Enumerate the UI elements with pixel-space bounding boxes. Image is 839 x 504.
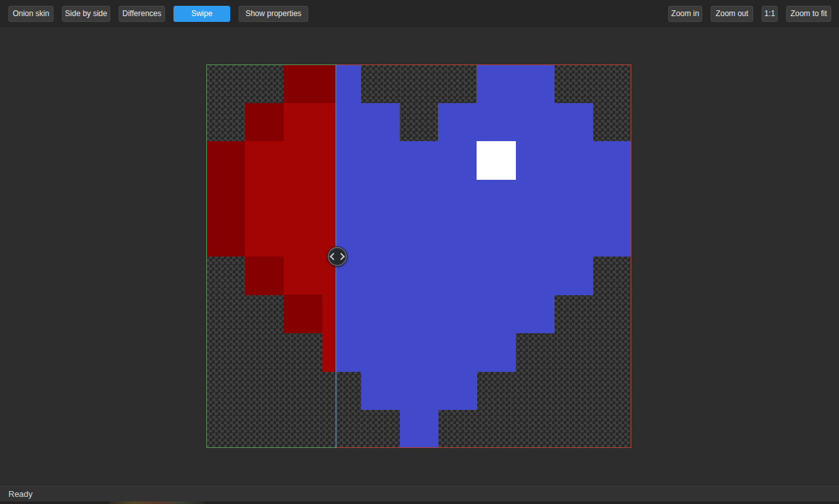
new-image-pixel xyxy=(361,103,400,142)
new-image-pixel xyxy=(438,295,477,333)
new-image-pixel xyxy=(438,141,477,180)
new-image-pixel xyxy=(400,141,439,180)
old-image-pixel xyxy=(245,103,284,142)
new-image-pixel xyxy=(554,141,593,180)
old-image-pixel xyxy=(284,141,323,180)
new-image-pixel xyxy=(477,218,516,257)
new-image-pixel xyxy=(361,333,400,372)
new-image-pixel xyxy=(361,141,400,180)
new-image-pixel xyxy=(515,218,555,257)
new-image-pixel xyxy=(400,257,439,295)
status-text: Ready xyxy=(8,489,33,499)
toolbar: Onion skin Side by side Differences Swip… xyxy=(0,0,839,27)
new-image-pixel xyxy=(337,64,361,103)
zoom-1-1-button[interactable]: 1:1 xyxy=(762,6,778,22)
swipe-button[interactable]: Swipe xyxy=(173,6,230,22)
old-image-pixel xyxy=(245,141,284,180)
new-image-pixel xyxy=(438,371,477,410)
zoom-to-fit-button[interactable]: Zoom to fit xyxy=(786,6,831,22)
old-image-pixel xyxy=(284,103,323,142)
new-image-pixel xyxy=(554,257,593,295)
new-image-pixel xyxy=(477,333,516,372)
image-area xyxy=(206,64,631,448)
side-by-side-button[interactable]: Side by side xyxy=(62,6,110,22)
new-image-pixel xyxy=(337,103,361,142)
old-image-pixel xyxy=(284,295,323,333)
new-image-pixel xyxy=(438,103,477,142)
new-image-pixel xyxy=(337,180,361,218)
differences-button[interactable]: Differences xyxy=(119,6,165,22)
new-image-pixel xyxy=(477,257,516,295)
zoom-out-button[interactable]: Zoom out xyxy=(711,6,753,22)
background-window-sliver xyxy=(108,501,205,504)
status-bar: Ready xyxy=(0,486,839,501)
new-image-pixel xyxy=(438,180,477,218)
new-image-pixel xyxy=(400,371,439,410)
new-image-pixel xyxy=(400,295,439,333)
zoom-in-button[interactable]: Zoom in xyxy=(668,6,702,22)
new-image-pixel xyxy=(515,180,555,218)
new-image-pixel xyxy=(337,295,361,333)
new-image-pixel xyxy=(361,218,400,257)
chevron-right-icon xyxy=(337,253,344,260)
new-image-pixel xyxy=(593,141,631,180)
new-image-pixel xyxy=(438,333,477,372)
old-image-pixel xyxy=(284,180,323,218)
zoom-buttons: Zoom in Zoom out 1:1 Zoom to fit xyxy=(668,6,831,22)
new-image-pixel xyxy=(337,333,361,372)
old-image-pixel xyxy=(206,180,246,218)
new-image-pixel xyxy=(400,180,439,218)
new-image-pixel xyxy=(361,257,400,295)
old-image-layer xyxy=(206,64,337,448)
onion-skin-button[interactable]: Onion skin xyxy=(8,6,54,22)
changed-pixel xyxy=(477,141,516,180)
new-image-pixel xyxy=(361,371,400,410)
new-image-pixel xyxy=(554,103,593,142)
viewer-canvas xyxy=(0,27,839,486)
swipe-handle[interactable] xyxy=(328,247,347,266)
old-image-pixel xyxy=(245,180,284,218)
bottom-edge xyxy=(0,501,839,504)
view-mode-buttons: Onion skin Side by side Differences Swip… xyxy=(8,6,308,22)
new-image-pixel xyxy=(400,410,439,449)
old-image-pixel xyxy=(245,257,284,295)
new-image-pixel xyxy=(477,180,516,218)
new-image-pixel xyxy=(477,64,516,103)
new-image-pixel xyxy=(515,257,555,295)
old-image-pixel xyxy=(206,141,246,180)
new-image-pixel xyxy=(438,257,477,295)
new-image-pixel xyxy=(361,180,400,218)
new-image-pixel xyxy=(515,64,555,103)
new-image-pixel xyxy=(515,141,555,180)
new-image-pixel xyxy=(593,218,631,257)
new-image-pixel xyxy=(593,180,631,218)
old-image-pixel xyxy=(245,218,284,257)
old-image-pixel xyxy=(284,64,323,103)
new-image-layer xyxy=(337,64,631,448)
new-image-pixel xyxy=(337,141,361,180)
old-image-pixel xyxy=(284,218,323,257)
new-image-pixel xyxy=(515,295,555,333)
new-image-pixel xyxy=(554,218,593,257)
old-image-pixel xyxy=(284,257,323,295)
old-image-pixel xyxy=(206,218,246,257)
show-properties-button[interactable]: Show properties xyxy=(239,6,308,22)
chevron-left-icon xyxy=(330,253,337,260)
new-image-pixel xyxy=(400,333,439,372)
new-image-pixel xyxy=(361,295,400,333)
new-image-pixel xyxy=(477,103,516,142)
new-image-pixel xyxy=(554,180,593,218)
new-image-pixel xyxy=(438,218,477,257)
new-image-pixel xyxy=(515,103,555,142)
new-image-pixel xyxy=(400,218,439,257)
new-image-pixel xyxy=(477,295,516,333)
